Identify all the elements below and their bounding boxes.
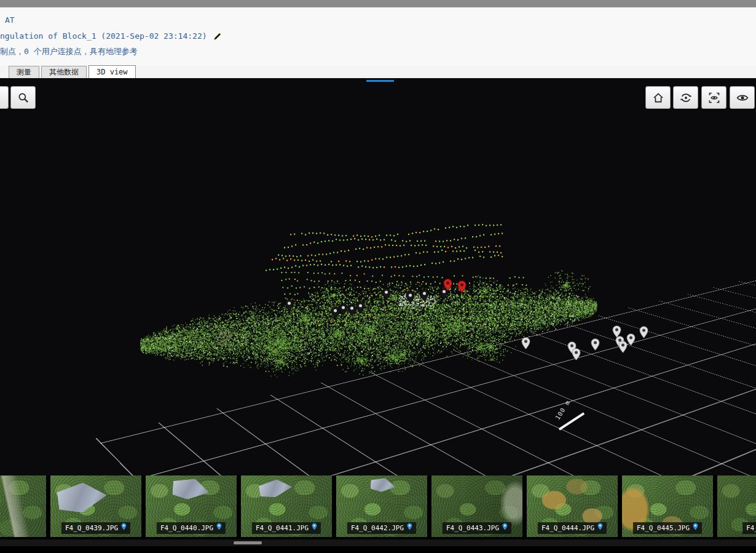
- viewport-3d[interactable]: 100 m: [0, 78, 756, 475]
- thumbnail-label: F4_Q_0444.JPG: [538, 522, 607, 534]
- thumbnail-label: F4_Q_0: [742, 522, 756, 534]
- thumbnail-filename: F4_Q_0444.JPG: [541, 523, 594, 533]
- photo-pin-gray[interactable]: [591, 338, 600, 351]
- home-view-button[interactable]: [645, 86, 671, 109]
- window-titlebar[interactable]: [0, 0, 756, 7]
- thumbnail-overlay: [0, 475, 46, 537]
- filmstrip-thumbnail[interactable]: F4_Q_0445.JPG: [622, 475, 713, 537]
- geo-pin-icon: [216, 523, 222, 533]
- project-header: AT ngulation of Block_1 (2021-Sep-02 23:…: [0, 7, 756, 66]
- eye-box-icon: [708, 92, 720, 104]
- block-title: ngulation of Block_1 (2021-Sep-02 23:14:…: [0, 31, 207, 41]
- photo-pin-gray[interactable]: [521, 337, 530, 349]
- tab-bar: 测量其他数据3D view: [0, 66, 756, 78]
- photo-pin-black[interactable]: [285, 299, 294, 311]
- photo-pin-red[interactable]: [443, 279, 452, 291]
- visibility-button[interactable]: [730, 86, 755, 109]
- photo-pin-gray[interactable]: [572, 348, 581, 360]
- orbit-icon: [680, 92, 692, 104]
- photo-pin-gray[interactable]: [626, 333, 636, 346]
- eye-icon: [736, 92, 749, 104]
- thumbnail-label: F4_Q_0439.JPG: [61, 522, 130, 534]
- photo-pin-red[interactable]: [457, 280, 467, 293]
- photo-pin-gray[interactable]: [639, 326, 648, 338]
- partial-tool-icon: [0, 92, 2, 104]
- home-toolbar: [645, 86, 671, 109]
- geo-pin-icon: [693, 523, 698, 533]
- filmstrip-thumbnail[interactable]: F4_Q_0439.JPG: [50, 475, 141, 537]
- thumbnail-filename: F4_Q_0440.JPG: [160, 523, 213, 533]
- thumbnail-filename: F4_Q_0439.JPG: [65, 523, 118, 533]
- thumbnail-filename: F4_Q_0441.JPG: [256, 523, 309, 533]
- thumbnail-label: F4_Q_0441.JPG: [252, 522, 321, 534]
- photo-pin-black[interactable]: [347, 304, 356, 316]
- zoom-tool-button[interactable]: [10, 86, 36, 109]
- block-georef-info: 制点，0 个用户连接点，具有地理参考: [0, 46, 138, 57]
- filmstrip-scrollbar[interactable]: [0, 539, 756, 546]
- tab-3d-view[interactable]: 3D view: [89, 65, 136, 78]
- view-toolbar: [673, 86, 755, 109]
- app-window: AT ngulation of Block_1 (2021-Sep-02 23:…: [0, 0, 756, 553]
- geo-pin-icon: [502, 523, 508, 533]
- splitter-handle[interactable]: [366, 80, 394, 82]
- project-type-label: AT: [5, 15, 15, 25]
- filmstrip: 38.JPGF4_Q_0439.JPGF4_Q_0440.JPGF4_Q_044…: [0, 475, 756, 538]
- thumbnail-label: F4_Q_0442.JPG: [347, 522, 416, 534]
- thumbnail-filename: F4_Q_0: [746, 523, 756, 533]
- thumbnail-photo: [0, 475, 46, 537]
- thumbnail-filename: F4_Q_0443.JPG: [446, 523, 499, 533]
- thumbnail-filename: F4_Q_0442.JPG: [351, 523, 404, 533]
- photo-pin-black[interactable]: [356, 301, 365, 314]
- thumbnail-label: F4_Q_0445.JPG: [633, 522, 702, 534]
- thumbnail-label: F4_Q_0443.JPG: [443, 522, 511, 534]
- filmstrip-thumbnail[interactable]: F4_Q_0442.JPG: [336, 475, 427, 537]
- left-toolbar: [0, 86, 36, 109]
- filmstrip-thumbnail[interactable]: F4_Q_0440.JPG: [146, 475, 237, 537]
- home-icon: [652, 92, 664, 104]
- filmstrip-thumbnail[interactable]: 38.JPG: [0, 475, 46, 537]
- photo-pin-black[interactable]: [406, 291, 415, 303]
- geo-pin-icon: [121, 523, 127, 533]
- thumbnail-label: F4_Q_0440.JPG: [157, 522, 226, 534]
- photo-pin-black[interactable]: [339, 303, 348, 316]
- edit-icon[interactable]: [213, 32, 222, 41]
- geo-pin-icon: [312, 523, 317, 533]
- zoom-extents-button[interactable]: [701, 86, 726, 109]
- edge-tool-button[interactable]: [0, 86, 9, 109]
- photo-pin-black[interactable]: [382, 288, 391, 300]
- point-cloud-canvas[interactable]: [0, 78, 756, 475]
- geo-pin-icon: [407, 523, 412, 533]
- geo-pin-icon: [597, 523, 603, 533]
- thumbnail-filename: F4_Q_0445.JPG: [637, 523, 690, 533]
- filmstrip-thumbnail[interactable]: F4_Q_0443.JPG: [431, 475, 522, 537]
- magnifier-icon: [17, 92, 30, 104]
- tab-measure[interactable]: 测量: [9, 66, 39, 78]
- filmstrip-thumbnail[interactable]: F4_Q_0: [717, 475, 756, 537]
- filmstrip-thumbnail[interactable]: F4_Q_0444.JPG: [527, 475, 618, 537]
- orbit-view-button[interactable]: [673, 86, 698, 109]
- scrollbar-thumb[interactable]: [234, 541, 262, 544]
- photo-pin-black[interactable]: [420, 289, 429, 301]
- filmstrip-thumbnail[interactable]: F4_Q_0441.JPG: [241, 475, 332, 537]
- tab-other-data[interactable]: 其他数据: [41, 66, 87, 78]
